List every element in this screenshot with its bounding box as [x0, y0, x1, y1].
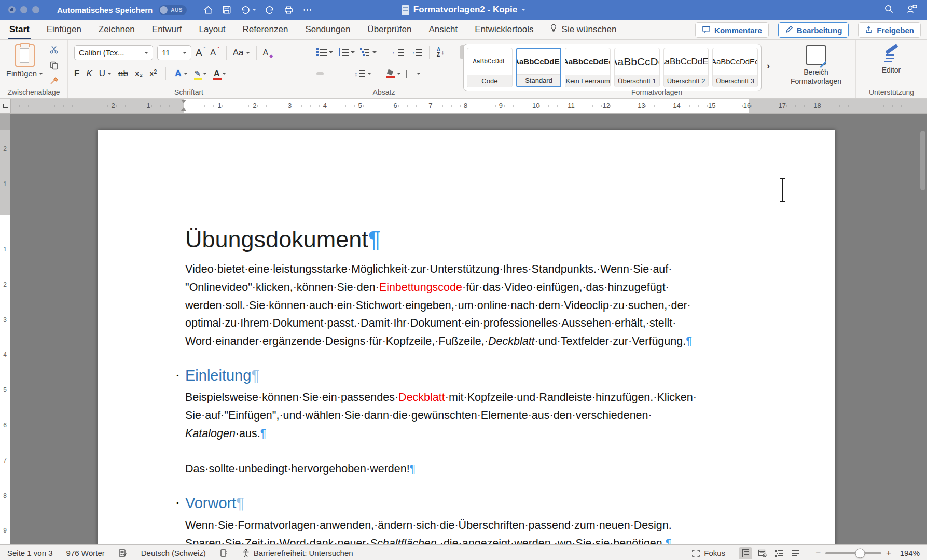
tab-stop-selector[interactable]	[0, 99, 11, 113]
tab-zeichnen[interactable]: Zeichnen	[99, 20, 135, 39]
tab--berpr-fen[interactable]: Überprüfen	[367, 20, 411, 39]
document-paragraph[interactable]: Übungsdokument¶	[185, 226, 747, 253]
cut-button[interactable]	[49, 45, 59, 57]
indent-markers[interactable]	[180, 100, 187, 112]
comments-button[interactable]: Kommentare	[695, 22, 769, 38]
style-chip--berschrift-1[interactable]: AaBbCcDcÜberschrift 1	[614, 48, 660, 87]
increase-indent-button[interactable]: →	[409, 48, 422, 56]
decrease-indent-button[interactable]: ←	[392, 48, 404, 56]
clear-formatting-button[interactable]: A	[263, 48, 269, 58]
tab-entwurf[interactable]: Entwurf	[152, 20, 182, 39]
home-icon[interactable]	[203, 5, 213, 15]
undo-icon[interactable]	[240, 5, 256, 15]
focus-mode-button[interactable]: Fokus	[691, 549, 725, 557]
print-layout-view-button[interactable]	[739, 547, 752, 559]
change-case-button[interactable]: Aa	[233, 48, 250, 58]
document-line: Das·sollte·unbedingt·hervorgehoben·werde…	[185, 460, 747, 478]
bullet-list-button[interactable]	[316, 48, 333, 56]
tab-einf-gen[interactable]: Einfügen	[47, 20, 81, 39]
font-color-button[interactable]: A	[214, 69, 226, 78]
undo-dropdown-icon[interactable]	[252, 9, 256, 11]
style-chip-code[interactable]: AaBbCcDdECode	[467, 48, 513, 87]
support-group-label: Unterstützung	[856, 88, 927, 96]
draft-view-button[interactable]	[788, 547, 802, 559]
document-paragraph[interactable]: Beispielsweise·können·Sie·ein·passendes·…	[185, 388, 747, 442]
grow-font-button[interactable]: Aˆ	[196, 47, 206, 59]
print-icon[interactable]	[284, 5, 294, 15]
zoom-level[interactable]: 194%	[896, 549, 920, 557]
vertical-ruler[interactable]: 21123456789	[0, 114, 10, 544]
redo-icon[interactable]	[265, 5, 275, 15]
zoom-in-button[interactable]: +	[886, 548, 891, 558]
title-dropdown-icon[interactable]	[521, 9, 525, 11]
document-heading[interactable]: ▪Vorwort¶	[185, 494, 747, 513]
word-count-status[interactable]: 976 Wörter	[66, 549, 105, 557]
styles-gallery-expand-button[interactable]: ›	[767, 61, 770, 72]
tab-layout[interactable]: Layout	[199, 20, 225, 39]
document-heading[interactable]: ▪Einleitung¶	[185, 366, 747, 386]
shrink-font-button[interactable]: Aˇ	[210, 48, 220, 58]
sort-button[interactable]: AZ↓	[437, 47, 445, 58]
underline-button[interactable]: U	[99, 68, 112, 79]
format-painter-button[interactable]	[49, 76, 59, 88]
text-effects-button[interactable]: A	[175, 68, 187, 79]
close-window-button[interactable]	[8, 6, 16, 13]
autosave-toggle[interactable]: AUS	[159, 5, 187, 15]
multilevel-list-button[interactable]	[360, 48, 377, 56]
zoom-out-button[interactable]: −	[815, 548, 821, 558]
shading-button[interactable]	[386, 70, 401, 78]
italic-button[interactable]: K	[86, 68, 92, 79]
borders-button[interactable]	[406, 70, 421, 78]
more-commands-icon[interactable]	[302, 5, 312, 15]
share-contact-icon[interactable]	[906, 4, 918, 16]
zoom-slider[interactable]	[825, 552, 881, 554]
numbered-list-button[interactable]	[338, 48, 355, 56]
styles-pane-button[interactable]: Bereich Formatvorlagen	[782, 45, 850, 86]
minimize-window-button[interactable]	[20, 6, 27, 13]
font-size-select[interactable]: 11	[157, 45, 191, 60]
document-paragraph[interactable]: Wenn·Sie·Formatvorlagen·anwenden,·ändern…	[185, 516, 747, 544]
style-chip-standard[interactable]: AaBbCcDdEeStandard	[516, 48, 562, 87]
tab-sendungen[interactable]: Sendungen	[305, 20, 350, 39]
styles-group-label: Formatvorlagen	[458, 88, 855, 96]
document-title[interactable]: Formatvorlagen2 - Kopie	[413, 5, 517, 15]
tab-start[interactable]: Start	[9, 20, 30, 39]
tab-referenzen[interactable]: Referenzen	[242, 20, 288, 39]
share-button[interactable]: Freigeben	[858, 22, 921, 38]
style-chip--berschrift-2[interactable]: AaBbCcDdEeÜberschrift 2	[663, 48, 709, 87]
zoom-slider-thumb[interactable]	[855, 548, 865, 558]
comments-label: Kommentare	[714, 26, 762, 35]
bold-button[interactable]: F	[74, 68, 79, 79]
font-name-select[interactable]: Calibri (Tex...	[74, 45, 153, 60]
line-spacing-button[interactable]: ↕	[354, 70, 371, 78]
tab-ansicht[interactable]: Ansicht	[428, 20, 458, 39]
style-chip-kein-leerraum[interactable]: AaBbCcDdEeKein Leerraum	[565, 48, 611, 87]
align-left-button[interactable]	[316, 72, 324, 75]
vertical-scrollbar-thumb[interactable]	[920, 131, 925, 190]
web-layout-view-button[interactable]	[755, 547, 769, 559]
spellcheck-status[interactable]	[118, 549, 128, 557]
highlight-color-button[interactable]: ✎	[195, 69, 207, 78]
accessibility-status[interactable]: Barrierefreiheit: Untersuchen	[242, 549, 353, 557]
superscript-button[interactable]: x²	[149, 68, 157, 79]
style-chip--berschrift-3[interactable]: AaBbCcDdEeÜberschrift 3	[712, 48, 758, 87]
language-status[interactable]: Deutsch (Schweiz)	[141, 549, 206, 557]
zoom-window-button[interactable]	[32, 6, 39, 13]
editor-button[interactable]: Editor	[870, 45, 912, 75]
document-page[interactable]: Übungsdokument¶Video·bietet·eine·leistun…	[98, 130, 835, 544]
document-paragraph[interactable]: Das·sollte·unbedingt·hervorgehoben·werde…	[185, 460, 747, 478]
tab-entwicklertools[interactable]: Entwicklertools	[475, 20, 533, 39]
editing-mode-button[interactable]: Bearbeitung	[778, 22, 849, 38]
document-paragraph[interactable]: Video·bietet·eine·leistungsstarke·Möglic…	[185, 260, 747, 351]
horizontal-ruler[interactable]: 21123456789101112131415161718	[11, 99, 927, 113]
search-icon[interactable]	[884, 4, 894, 16]
copy-button[interactable]	[49, 61, 59, 72]
macro-record-icon[interactable]	[219, 549, 228, 557]
subscript-button[interactable]: x₂	[135, 68, 143, 79]
strikethrough-button[interactable]: ab	[118, 68, 128, 79]
page-number-status[interactable]: Seite 1 von 3	[7, 549, 53, 557]
tell-me-control[interactable]: Sie wünschen	[549, 20, 617, 39]
outline-view-button[interactable]	[772, 547, 785, 559]
save-icon[interactable]	[222, 5, 231, 15]
document-line: werden·soll.·Sie·können·auch·ein·Stichwo…	[185, 297, 747, 315]
